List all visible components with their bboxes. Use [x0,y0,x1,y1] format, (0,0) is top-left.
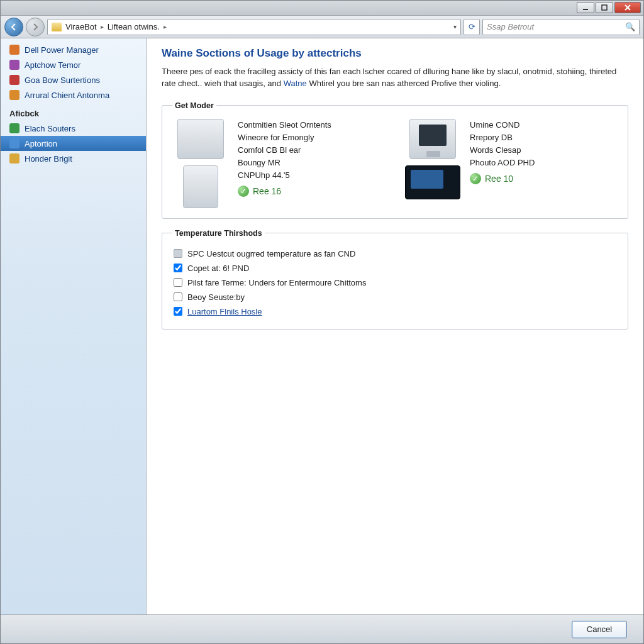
sidebar-item-label: Honder Brigit [25,154,72,164]
address-bar[interactable]: ViraeBot ▸ Liftean otwins. ▸ ▾ [47,19,461,35]
sidebar-item-icon [9,60,19,70]
sidebar-item[interactable]: Dell Power Manager [1,42,146,57]
info-line: Boungy MR [238,157,331,169]
sidebar-item-label: Elach Souters [25,124,75,133]
chevron-icon: ▸ [101,23,104,30]
sidebar-item[interactable]: Arrural Chient Antonma [1,87,146,103]
threshold-option: SPC Uestcut ougrred temperature as fan C… [172,247,618,261]
threshold-checkbox[interactable] [174,278,182,287]
threshold-option: Copet at: 6! PND [172,261,618,275]
get-moder-group: Get Moder Contmitien Sleot OrntentsWineo… [162,101,628,219]
sidebar-item-label: Goa Bow Surtertions [25,75,100,85]
svg-rect-1 [602,5,607,10]
info-line: Contmitien Sleot Orntents [238,119,331,131]
check-icon: ✓ [470,173,481,184]
sidebar-item[interactable]: Aptchow Temor [1,57,146,72]
sidebar-item-icon [9,90,19,100]
threshold-checkbox[interactable] [174,264,182,272]
threshold-checkbox[interactable] [174,307,182,316]
info-line: Rrepory DB [470,131,535,144]
pc-set-icon [405,165,460,199]
sidebar-item-icon [9,123,19,133]
get-moder-legend: Get Moder [172,101,216,110]
sidebar-item-label: Aptortion [25,139,57,148]
threshold-option: Luartom Flnils Hosle [172,304,618,319]
moder-right-info: Umine CONDRrepory DBWords ClesapPhouto A… [470,119,535,170]
info-line: Comfol CB Bl ear [238,144,331,157]
sidebar-item-label: Aptchow Temor [25,60,80,70]
desc-link[interactable]: Watne [284,79,307,88]
threshold-link[interactable]: Luartom Flnils Hosle [187,307,262,316]
sidebar-item-label: Dell Power Manager [25,45,99,55]
threshold-label: Pilst fare Terme: Unders for Entermoure … [187,278,366,287]
threshold-checkbox[interactable] [174,292,182,301]
threshold-label: Beoy Seuste:by [187,292,245,302]
close-button[interactable] [614,2,641,13]
sidebar-item-label: Arrural Chient Antonma [25,91,109,100]
sidebar-item[interactable]: Elach Souters [1,121,146,136]
folder-icon [52,23,62,31]
minimize-button[interactable] [577,2,594,13]
info-line: Phouto AOD PHD [470,157,535,169]
option-icon [174,249,182,258]
search-placeholder: Ssap Betrout [487,22,534,31]
info-line: Wineore for Emongly [238,131,331,144]
check-icon: ✓ [238,186,249,197]
info-line: Umine COND [470,119,535,131]
sidebar-item-icon [9,75,19,85]
moder-left-info: Contmitien Sleot OrntentsWineore for Emo… [238,119,331,182]
sidebar-item-icon [9,153,19,164]
refresh-button[interactable]: ⟳ [464,19,480,35]
desktop-case-icon [177,119,224,159]
threshold-option: Pilst fare Terme: Unders for Entermoure … [172,275,618,290]
sidebar-item[interactable]: Honder Brigit [1,151,146,166]
address-dropdown-icon[interactable]: ▾ [453,23,457,30]
sidebar-item-icon [9,138,19,148]
search-input[interactable]: Ssap Betrout 🔍 [482,19,640,35]
titlebar [1,1,643,16]
page-description: Theere pes of eack the fracilleg assicty… [162,66,628,90]
threshold-option: Beoy Seuste:by [172,290,618,304]
bottom-bar: Cancel [1,614,643,643]
thresholds-group: Temperature Thirshods SPC Uestcut ougrre… [162,229,628,330]
sidebar-item[interactable]: Aptortion [1,136,146,151]
thresholds-legend: Temperature Thirshods [172,229,265,238]
moder-left-status: ✓ Ree 16 [238,186,331,197]
monitor-icon [409,119,456,159]
navbar: ViraeBot ▸ Liftean otwins. ▸ ▾ ⟳ Ssap Be… [1,16,643,38]
tower-icon [183,165,218,208]
threshold-label: Copet at: 6! PND [187,264,249,273]
app-window: ViraeBot ▸ Liftean otwins. ▸ ▾ ⟳ Ssap Be… [0,0,644,644]
breadcrumb-seg1[interactable]: ViraeBot [65,22,97,31]
info-line: CNPUhp 44.'5 [238,169,331,182]
moder-right-status: ✓ Ree 10 [470,173,535,184]
search-icon: 🔍 [625,22,635,31]
maximize-button[interactable] [596,2,613,13]
sidebar-group-head: Aficbck [1,103,146,121]
info-line: Words Clesap [470,144,535,157]
content-pane: Waine Soctions of Usage by attectrichs T… [147,38,643,614]
sidebar: Dell Power ManagerAptchow TemorGoa Bow S… [1,38,147,614]
back-button[interactable] [4,18,23,36]
cancel-button[interactable]: Cancel [572,621,627,638]
breadcrumb-seg2[interactable]: Liftean otwins. [108,22,160,31]
chevron-icon: ▸ [164,23,167,30]
page-title: Waine Soctions of Usage by attectrichs [162,47,628,60]
sidebar-item[interactable]: Goa Bow Surtertions [1,72,146,87]
sidebar-item-icon [9,45,19,55]
threshold-label: SPC Uestcut ougrred temperature as fan C… [187,249,355,258]
forward-button[interactable] [26,18,45,36]
